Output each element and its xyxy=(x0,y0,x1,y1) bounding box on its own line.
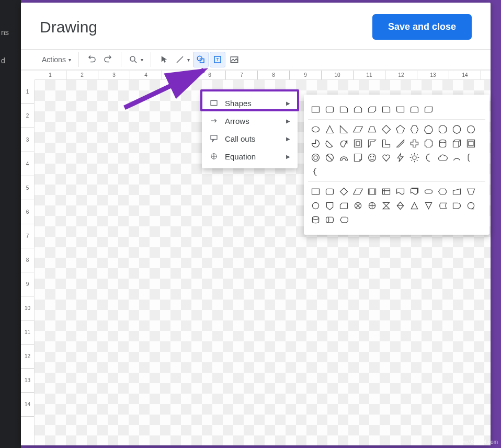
flowchart-display[interactable] xyxy=(337,213,350,226)
flowchart-offpage[interactable] xyxy=(323,199,336,212)
ruler-tick: 10 xyxy=(322,71,354,79)
flowchart-manual-input[interactable] xyxy=(450,185,463,198)
shape-rectangle[interactable] xyxy=(309,103,322,116)
shape-snip-diag[interactable] xyxy=(366,103,379,116)
shape-moon[interactable] xyxy=(422,151,435,164)
ruler-tick: 4 xyxy=(130,71,162,79)
flowchart-seq-storage[interactable] xyxy=(464,199,477,212)
flowchart-stored-data[interactable] xyxy=(436,199,449,212)
shape-triangle[interactable] xyxy=(323,123,336,136)
flowchart-manual-op[interactable] xyxy=(464,185,477,198)
shape-oval[interactable] xyxy=(309,123,322,136)
shape-snip-two[interactable] xyxy=(351,103,365,116)
shape-hexagon[interactable] xyxy=(408,123,421,136)
dialog-title: Drawing xyxy=(40,18,97,36)
shape-teardrop[interactable] xyxy=(337,137,350,150)
shape-arc[interactable] xyxy=(450,151,463,164)
shape-l-shape[interactable] xyxy=(380,137,393,150)
shape-no-symbol[interactable] xyxy=(323,151,336,164)
ruler-tick: 1 xyxy=(35,71,66,79)
flowchart-data[interactable] xyxy=(351,185,365,198)
svg-point-47 xyxy=(468,202,474,209)
shape-smiley[interactable] xyxy=(366,151,379,164)
image-tool-button[interactable] xyxy=(226,52,242,67)
shape-bevel[interactable] xyxy=(464,137,477,150)
flowchart-or[interactable] xyxy=(366,199,379,212)
select-tool-button[interactable] xyxy=(156,52,172,67)
shape-diamond[interactable] xyxy=(380,123,393,136)
flowchart-delay[interactable] xyxy=(450,199,463,212)
ruler-tick: 11 xyxy=(21,320,34,344)
menu-item-equation[interactable]: Equation ▶ xyxy=(202,147,298,165)
shape-cross[interactable] xyxy=(408,137,421,150)
flowchart-preparation[interactable] xyxy=(436,185,449,198)
shape-snip-corner[interactable] xyxy=(337,103,350,116)
shape-pentagon[interactable] xyxy=(394,123,407,136)
flowchart-terminator[interactable] xyxy=(422,185,435,198)
shape-right-triangle[interactable] xyxy=(337,123,350,136)
shape-heart[interactable] xyxy=(380,151,393,164)
shape-plaque[interactable] xyxy=(422,137,435,150)
shape-snip-round[interactable] xyxy=(380,103,393,116)
svg-rect-31 xyxy=(312,189,320,194)
toolbar: Actions▾ ▾ ▾ T xyxy=(21,49,491,70)
menu-item-shapes[interactable]: Shapes ▶ xyxy=(202,94,298,112)
save-and-close-button[interactable]: Save and close xyxy=(372,14,472,40)
shape-pie[interactable] xyxy=(309,137,322,150)
shape-round-corner[interactable] xyxy=(394,103,407,116)
flowchart-alt-process[interactable] xyxy=(323,185,336,198)
flowchart-magnetic-disk[interactable] xyxy=(309,213,322,226)
flowchart-collate[interactable] xyxy=(380,199,393,212)
shape-round-two[interactable] xyxy=(408,103,421,116)
zoom-button[interactable]: ▾ xyxy=(127,52,145,67)
shape-bracket[interactable] xyxy=(464,151,477,164)
flowchart-predefined[interactable] xyxy=(366,185,379,198)
flowchart-summing[interactable] xyxy=(351,199,365,212)
shape-half-frame[interactable] xyxy=(366,137,379,150)
shape-tool-button[interactable] xyxy=(193,52,209,67)
shape-frame[interactable] xyxy=(351,137,365,150)
flowchart-card[interactable] xyxy=(337,199,350,212)
undo-button[interactable] xyxy=(84,52,100,67)
flowchart-document[interactable] xyxy=(394,185,407,198)
ruler-tick: 2 xyxy=(21,104,34,128)
flowchart-internal-storage[interactable] xyxy=(380,185,393,198)
line-tool-button[interactable]: ▾ xyxy=(173,52,192,67)
flowchart-direct-access[interactable] xyxy=(323,213,336,226)
shape-trapezoid[interactable] xyxy=(366,123,379,136)
flowchart-extract[interactable] xyxy=(408,199,421,212)
shape-rounded-rect[interactable] xyxy=(323,103,336,116)
shape-lightning[interactable] xyxy=(394,151,407,164)
actions-menu-button[interactable]: Actions▾ xyxy=(40,52,73,67)
flowchart-connector[interactable] xyxy=(309,199,322,212)
shape-folded-corner[interactable] xyxy=(351,151,365,164)
shape-brace[interactable] xyxy=(309,165,322,178)
watermark: www.989214.com xyxy=(457,439,498,445)
shape-sun[interactable] xyxy=(408,151,421,164)
shape-decagon[interactable] xyxy=(450,123,463,136)
shape-heptagon[interactable] xyxy=(422,123,435,136)
redo-button[interactable] xyxy=(100,52,116,67)
shape-can[interactable] xyxy=(436,137,449,150)
shape-cube[interactable] xyxy=(450,137,463,150)
menu-item-arrows[interactable]: Arrows ▶ xyxy=(202,112,298,130)
svg-rect-11 xyxy=(312,107,320,112)
flowchart-multidoc[interactable] xyxy=(408,185,421,198)
shape-block-arc[interactable] xyxy=(337,151,350,164)
shape-parallelogram[interactable] xyxy=(351,123,365,136)
shape-donut[interactable] xyxy=(309,151,322,164)
ruler-tick: 6 xyxy=(194,71,226,79)
flowchart-sort[interactable] xyxy=(394,199,407,212)
shape-round-diag[interactable] xyxy=(422,103,435,116)
shape-octagon[interactable] xyxy=(436,123,449,136)
shape-cloud[interactable] xyxy=(436,151,449,164)
flowchart-merge[interactable] xyxy=(422,199,435,212)
shape-dodecagon[interactable] xyxy=(464,123,477,136)
svg-line-2 xyxy=(177,56,183,63)
textbox-tool-button[interactable]: T xyxy=(210,52,225,67)
flowchart-decision[interactable] xyxy=(337,185,350,198)
shape-diagonal-stripe[interactable] xyxy=(394,137,407,150)
shape-chord[interactable] xyxy=(323,137,336,150)
flowchart-process[interactable] xyxy=(309,185,322,198)
menu-item-callouts[interactable]: Call outs ▶ xyxy=(202,130,298,147)
